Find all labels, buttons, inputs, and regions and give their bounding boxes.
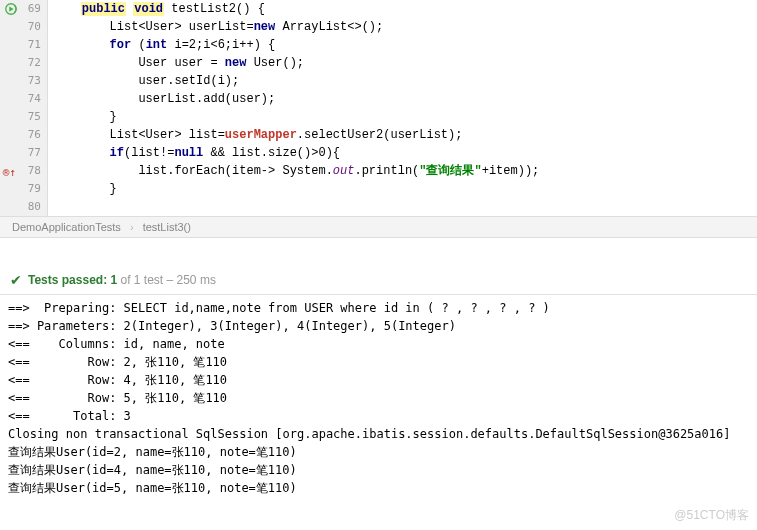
code-line[interactable]: for (int i=2;i<6;i++) { xyxy=(52,36,757,54)
editor-area: 69 70 71 72 73 74 75 76 77 ®↑78 79 80 pu… xyxy=(0,0,757,216)
console-line: ==> Parameters: 2(Integer), 3(Integer), … xyxy=(8,317,749,335)
code-line[interactable]: if(list!=null && list.size()>0){ xyxy=(52,144,757,162)
gutter-line[interactable]: 72 xyxy=(0,54,41,72)
test-status-bar: ✔ Tests passed: 1 of 1 test – 250 ms xyxy=(0,266,757,295)
breadcrumb-method[interactable]: testList3() xyxy=(143,221,191,233)
code-line[interactable]: } xyxy=(52,180,757,198)
code-line[interactable]: List<User> userList=new ArrayList<>(); xyxy=(52,18,757,36)
recursive-icon: ®↑ xyxy=(2,164,16,178)
console-line: 查询结果User(id=4, name=张110, note=笔110) xyxy=(8,461,749,479)
gutter-line[interactable]: 74 xyxy=(0,90,41,108)
tests-passed-label: Tests passed: 1 xyxy=(28,273,117,287)
console-line: <== Total: 3 xyxy=(8,407,749,425)
console-output[interactable]: ==> Preparing: SELECT id,name,note from … xyxy=(0,295,757,505)
gutter-line[interactable]: 80 xyxy=(0,198,41,216)
run-icon[interactable] xyxy=(4,2,18,16)
code-line[interactable]: } xyxy=(52,108,757,126)
console-line: <== Row: 2, 张110, 笔110 xyxy=(8,353,749,371)
console-line: <== Row: 5, 张110, 笔110 xyxy=(8,389,749,407)
code-area[interactable]: public void testList2() { List<User> use… xyxy=(48,0,757,216)
console-line: 查询结果User(id=5, name=张110, note=笔110) xyxy=(8,479,749,497)
console-line: Closing non transactional SqlSession [or… xyxy=(8,425,749,443)
gutter-line[interactable]: 76 xyxy=(0,126,41,144)
results-gap xyxy=(0,238,757,266)
gutter-line-69[interactable]: 69 xyxy=(0,0,41,18)
code-line[interactable]: List<User> list=userMapper.selectUser2(u… xyxy=(52,126,757,144)
console-line: <== Columns: id, name, note xyxy=(8,335,749,353)
console-line: ==> Preparing: SELECT id,name,note from … xyxy=(8,299,749,317)
chevron-icon: › xyxy=(130,221,134,233)
breadcrumb-class[interactable]: DemoApplicationTests xyxy=(12,221,121,233)
gutter-line-78[interactable]: ®↑78 xyxy=(0,162,41,180)
console-line: 查询结果User(id=2, name=张110, note=笔110) xyxy=(8,443,749,461)
code-line[interactable]: User user = new User(); xyxy=(52,54,757,72)
gutter-line[interactable]: 75 xyxy=(0,108,41,126)
code-line[interactable]: public void testList2() { xyxy=(52,0,757,18)
check-icon: ✔ xyxy=(10,272,22,288)
gutter-line[interactable]: 73 xyxy=(0,72,41,90)
gutter-line[interactable]: 70 xyxy=(0,18,41,36)
code-line[interactable]: list.forEach(item-> System.out.println("… xyxy=(52,162,757,180)
tests-count-label: of 1 test – 250 ms xyxy=(117,273,216,287)
code-line[interactable]: userList.add(user); xyxy=(52,90,757,108)
code-line[interactable] xyxy=(52,198,757,216)
svg-marker-1 xyxy=(9,6,13,11)
gutter-line[interactable]: 79 xyxy=(0,180,41,198)
code-line[interactable]: user.setId(i); xyxy=(52,72,757,90)
breadcrumb[interactable]: DemoApplicationTests › testList3() xyxy=(0,216,757,238)
gutter: 69 70 71 72 73 74 75 76 77 ®↑78 79 80 xyxy=(0,0,48,216)
gutter-line[interactable]: 71 xyxy=(0,36,41,54)
gutter-line[interactable]: 77 xyxy=(0,144,41,162)
console-line: <== Row: 4, 张110, 笔110 xyxy=(8,371,749,389)
